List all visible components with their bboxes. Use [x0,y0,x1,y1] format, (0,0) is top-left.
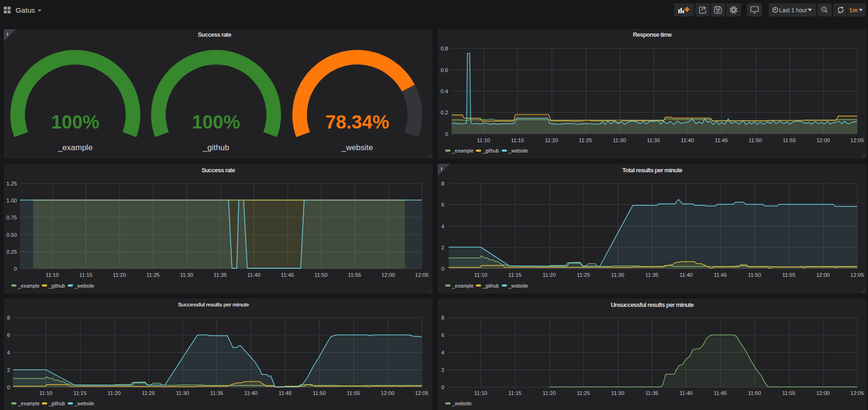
svg-text:0.8: 0.8 [441,46,448,51]
svg-text:11:30: 11:30 [611,272,624,278]
svg-text:12:00: 12:00 [816,137,830,143]
svg-text:0: 0 [445,131,448,137]
svg-text:_github: _github [48,401,65,406]
svg-text:12:05: 12:05 [851,137,864,143]
svg-text:11:55: 11:55 [348,272,361,278]
svg-text:_github: _github [48,283,65,289]
svg-text:Successful results per minute: Successful results per minute [178,301,249,308]
svg-text:11:40: 11:40 [680,272,693,278]
svg-text:11:25: 11:25 [146,272,160,278]
svg-text:_website: _website [452,401,472,406]
svg-text:11:30: 11:30 [180,272,193,278]
svg-text:11:45: 11:45 [279,390,292,396]
svg-text:12:00: 12:00 [816,390,830,396]
svg-text:i: i [7,31,8,37]
svg-text:11:25: 11:25 [579,137,592,143]
svg-text:11:55: 11:55 [782,272,796,278]
svg-text:8: 8 [442,315,444,321]
svg-text:11:10: 11:10 [474,390,487,396]
svg-text:_website: _website [74,283,95,289]
svg-text:4: 4 [442,350,445,355]
svg-text:11:40: 11:40 [244,390,257,396]
svg-text:11:35: 11:35 [645,390,659,396]
svg-text:11:10: 11:10 [477,137,490,143]
svg-text:11:50: 11:50 [748,390,761,396]
svg-text:11:15: 11:15 [508,390,522,396]
svg-text:11:50: 11:50 [749,137,762,143]
svg-text:11:45: 11:45 [715,137,728,143]
svg-text:11:35: 11:35 [645,272,659,278]
svg-text:0.25: 0.25 [7,249,17,255]
svg-text:11:20: 11:20 [113,272,126,278]
svg-text:0: 0 [7,385,10,390]
svg-text:11:20: 11:20 [543,272,556,278]
svg-text:Success rate: Success rate [198,31,231,38]
svg-text:6: 6 [442,332,444,338]
svg-text:0: 0 [442,385,444,390]
svg-text:11:25: 11:25 [577,390,590,396]
svg-text:11:55: 11:55 [782,390,796,396]
svg-text:11:50: 11:50 [748,272,761,278]
svg-text:2: 2 [442,245,444,250]
svg-text:12:05: 12:05 [851,390,864,396]
svg-text:11:10: 11:10 [39,390,52,396]
svg-text:12:00: 12:00 [381,390,394,396]
svg-text:0.75: 0.75 [7,215,17,220]
svg-text:Unsuccessful results per minut: Unsuccessful results per minute [611,301,694,308]
svg-text:11:45: 11:45 [281,272,294,278]
svg-text:0.4: 0.4 [441,88,449,94]
svg-text:_website: _website [74,401,95,406]
svg-text:11:10: 11:10 [46,272,59,278]
svg-text:11:40: 11:40 [680,390,693,396]
svg-text:6: 6 [442,202,444,208]
svg-text:_website: _website [508,283,529,289]
svg-text:11:25: 11:25 [577,272,590,278]
svg-text:11:20: 11:20 [108,390,121,396]
svg-text:6: 6 [7,332,10,338]
svg-text:Gatus: Gatus [16,6,35,14]
svg-text:1.00: 1.00 [7,198,17,203]
svg-text:1.25: 1.25 [7,181,17,186]
svg-text:0.6: 0.6 [441,67,448,73]
svg-text:11:15: 11:15 [79,272,92,278]
svg-text:_example: _example [452,283,474,289]
svg-text:11:40: 11:40 [681,137,694,143]
svg-text:12:00: 12:00 [816,272,830,278]
svg-text:0.50: 0.50 [7,232,17,238]
svg-text:11:15: 11:15 [73,390,87,396]
svg-text:12:00: 12:00 [381,272,395,278]
svg-text:Last 1 hour: Last 1 hour [779,7,807,14]
svg-text:100%: 100% [51,112,99,132]
svg-text:0: 0 [442,266,444,272]
svg-text:11:35: 11:35 [214,272,227,278]
svg-text:11:40: 11:40 [247,272,260,278]
svg-text:11:45: 11:45 [714,390,727,396]
svg-text:4: 4 [7,350,10,355]
svg-text:11:20: 11:20 [545,137,558,143]
svg-text:_github: _github [482,283,499,289]
svg-text:11:30: 11:30 [176,390,189,396]
svg-text:11:55: 11:55 [347,390,360,396]
svg-text:_example: _example [18,283,40,289]
svg-text:i: i [441,166,442,171]
svg-text:11:55: 11:55 [783,137,796,143]
svg-text:12:05: 12:05 [415,272,429,278]
svg-text:_website: _website [508,148,529,153]
svg-text:2: 2 [442,367,444,373]
svg-text:11:10: 11:10 [474,272,487,278]
svg-text:12:05: 12:05 [415,390,429,396]
svg-text:2: 2 [7,367,10,373]
svg-text:_example: _example [452,148,474,153]
svg-text:1m: 1m [849,7,858,14]
svg-text:11:45: 11:45 [714,272,727,278]
svg-text:78.34%: 78.34% [325,112,389,132]
svg-text:11:25: 11:25 [142,390,155,396]
svg-text:8: 8 [7,315,10,321]
svg-text:Response time: Response time [633,31,672,38]
svg-text:12:05: 12:05 [851,272,864,278]
svg-text:4: 4 [442,224,445,229]
svg-text:0.2: 0.2 [441,110,448,115]
svg-text:_github: _github [202,143,229,152]
svg-text:_example: _example [18,401,40,406]
svg-text:100%: 100% [192,112,240,132]
